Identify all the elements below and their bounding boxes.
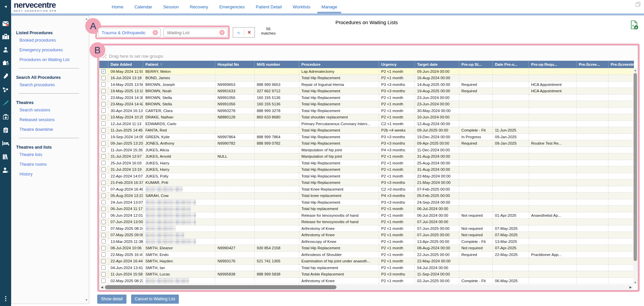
table-row[interactable]: 07-Jun-2024 13:00Release for tenosynovit… [99, 219, 634, 225]
table-row[interactable]: 11-Jun-2024 15:58SMITH, LucasN9995838888… [99, 271, 634, 278]
row-checkbox[interactable] [101, 115, 106, 119]
nav-tab-patient-detail[interactable]: Patient Detail [256, 0, 282, 13]
filter-chip-list-type[interactable]: Waiting List ✕ [163, 28, 227, 37]
table-row[interactable]: 11-Jun-2025 14:45FANTA, RedTotal Hip Rep… [99, 127, 634, 134]
table-row[interactable]: 21-Feb-2024 16:37KUMAR, PritiTotal Hip R… [99, 180, 634, 186]
table-row[interactable]: 19-May-2025 13:10BROWN, NoahN9991633327 … [99, 88, 634, 95]
scroll-up-icon[interactable]: ▲ [633, 69, 637, 72]
search-button[interactable]: ⌕ [233, 28, 244, 37]
column-header-urgency[interactable]: Urgency [379, 61, 415, 68]
ward-bed-icon[interactable] [0, 138, 11, 148]
row-checkbox[interactable] [101, 226, 106, 231]
row-checkbox[interactable] [101, 233, 106, 237]
network-icon[interactable] [0, 85, 11, 95]
row-checkbox[interactable] [101, 82, 106, 87]
row-checkbox[interactable] [101, 154, 106, 159]
table-row[interactable]: 10-May-2024 10:25DRAKE, NathanN888012886… [99, 114, 634, 121]
sidebar-item-theatre-rooms[interactable]: Theatre rooms [19, 162, 83, 167]
row-checkbox[interactable] [101, 161, 106, 165]
sidebar-item-booked-procedures[interactable]: Booked procedures [19, 38, 83, 43]
table-row[interactable]: 31-Jul-2024 13:19JUKES, HarryTotal Hip R… [99, 166, 634, 173]
table-row[interactable]: 05-Aug-2024 13:23SARAH, CowTotal knee re… [99, 193, 634, 199]
clinician-icon[interactable] [0, 45, 11, 55]
clear-search-button[interactable]: ✕ [244, 28, 255, 37]
table-row[interactable]: 06-Jun-2024 11:17Total hip replacementP2… [99, 206, 634, 212]
table-row[interactable]: 07-May-2025 08:24Arthrotomy of KneeP2 <1… [99, 225, 634, 232]
table-row[interactable]: 06-Jun-2024 12:01Release for tenosynovit… [99, 212, 634, 219]
column-header-hospital-no[interactable]: Hospital No [215, 61, 254, 68]
table-row[interactable]: 08-Jul-2024 10:06SMITH, EleanorN99904279… [99, 245, 634, 252]
table-row[interactable]: 31-Jul-2024 13:57JUKES, ArnoldNULLManipu… [99, 153, 634, 160]
table-row[interactable]: 25-Jul-2024 16:03JUKES, HarryTotal Hip R… [99, 160, 634, 166]
row-checkbox[interactable] [101, 252, 106, 257]
table-row[interactable]: 07-May-2025 09:00Arthrotomy of KneeP2 <1… [99, 232, 634, 239]
row-checkbox[interactable] [101, 207, 106, 211]
column-header-pre-op-st[interactable]: Pre-op St... [459, 61, 492, 68]
table-row[interactable]: ✓09-May-2024 11:59BERRY, MelonLap Adrena… [99, 68, 634, 75]
hospital-icon[interactable] [0, 32, 11, 42]
row-checkbox[interactable]: ✓ [101, 69, 106, 73]
table-row[interactable]: 07-Aug-2024 16:49Total Knee ReplacementC… [99, 186, 634, 193]
row-checkbox[interactable] [101, 108, 106, 113]
sidebar-item-emergency-procedures[interactable]: Emergency procedures [19, 48, 83, 52]
table-row[interactable]: 22-Apr-2024 14:07JUKES, PollyTotal Hip R… [99, 173, 634, 180]
row-checkbox[interactable] [101, 259, 106, 263]
nav-tab-recovery[interactable]: Recovery [190, 0, 208, 13]
row-checkbox[interactable] [101, 128, 106, 133]
table-row[interactable]: 04-Jun-2024 13:41SMITH, IanTotal hip rep… [99, 264, 634, 271]
table-row[interactable]: 22-Apr-2024 16:44SMITH, HaydenN999317652… [99, 258, 634, 265]
chip-remove-icon[interactable]: ✕ [153, 30, 158, 35]
collapse-left-icon[interactable]: ◄ [0, 1, 11, 11]
row-checkbox[interactable] [101, 135, 106, 139]
scroll-right-icon[interactable]: ▶ [628, 286, 633, 289]
nav-tab-manage[interactable]: Manage [321, 0, 337, 13]
row-checkbox[interactable] [101, 89, 106, 93]
column-header-nhs-number[interactable]: NHS number [254, 61, 299, 68]
column-header-pre-screenin[interactable]: Pre-Screenin.. [608, 61, 634, 68]
row-checkbox[interactable] [101, 174, 106, 178]
row-checkbox[interactable] [101, 102, 106, 106]
column-header-date-pre-o[interactable]: Date Pre-o... [492, 61, 529, 68]
sidebar-item-procedures-on-waiting-list[interactable]: Procedures on Waiting List [19, 57, 83, 62]
patient-discharge-icon[interactable] [0, 58, 11, 68]
sidebar-item-search-procedures[interactable]: Search procedures [19, 83, 83, 87]
column-header-pre-op-requ[interactable]: Pre-op Requ... [529, 61, 576, 68]
sidebar-item-search-sessions[interactable]: Search sessions [19, 108, 83, 112]
horizontal-scroll-thumb[interactable] [105, 285, 336, 289]
show-detail-button[interactable]: Show detail [97, 295, 126, 304]
cancel-to-waiting-list-button[interactable]: Cancel to Waiting List [131, 295, 179, 304]
column-header-pre-scree[interactable]: Pre-Scree... [576, 61, 608, 68]
surgery-icon[interactable] [0, 98, 11, 108]
window-restore-icon[interactable] [635, 2, 641, 7]
table-row[interactable]: 12-Jul-2024 11:13EDWARDS, CarloPrimary P… [99, 120, 634, 127]
row-checkbox[interactable] [101, 181, 106, 185]
nav-tab-session[interactable]: Session [163, 0, 178, 13]
table-row[interactable]: 22-May-2025 16:41SMITH, EndoArthrodesis … [99, 251, 634, 258]
table-row[interactable]: 11-Jun-2024 15:35JUKES, AliciaManipulati… [99, 147, 634, 153]
table-row[interactable]: 19-Sep-2024 14:05GREEN, KylieN9997864888… [99, 134, 634, 140]
row-checkbox[interactable] [101, 278, 106, 283]
row-checkbox[interactable] [101, 148, 106, 152]
table-row[interactable]: 23-May-2024 14:30BROWN, StellaN999105616… [99, 94, 634, 101]
overflow-menu-icon[interactable] [0, 294, 11, 304]
mail-icon[interactable] [0, 18, 11, 29]
vertical-scrollbar[interactable]: ▲ ▼ [633, 68, 637, 285]
excel-export-icon[interactable]: x [629, 20, 639, 30]
filter-chip-specialty[interactable]: Trauma & Orthopaedic ✕ [98, 28, 161, 37]
row-checkbox[interactable] [101, 194, 106, 198]
tasks-clipboard-icon[interactable] [0, 125, 11, 135]
table-row[interactable]: 13-Mar-2025 11:38Arthroscopy of KneeP2 <… [99, 238, 634, 245]
select-all-header[interactable] [99, 61, 108, 68]
table-row[interactable]: 16-Jul-2024 13:18BOND, JamesTotal Hip Re… [99, 75, 634, 82]
panel-scroll-down-icon[interactable]: ▼ [85, 298, 88, 302]
scroll-left-icon[interactable]: ◀ [100, 286, 104, 289]
row-checkbox[interactable] [101, 76, 106, 80]
column-header-target-date[interactable]: Target date [415, 61, 459, 68]
row-checkbox[interactable] [101, 95, 106, 100]
nav-tab-emergencies[interactable]: Emergencies [219, 0, 245, 13]
sidebar-item-theatre-lists[interactable]: Theatre lists [19, 152, 83, 157]
lab-sample-icon[interactable] [0, 71, 11, 81]
table-row[interactable]: 24-Jun-2024 13:07Total Hip ReplacementP3… [99, 199, 634, 206]
row-checkbox[interactable] [101, 272, 106, 276]
column-header-date-added[interactable]: Date Added [108, 61, 143, 68]
